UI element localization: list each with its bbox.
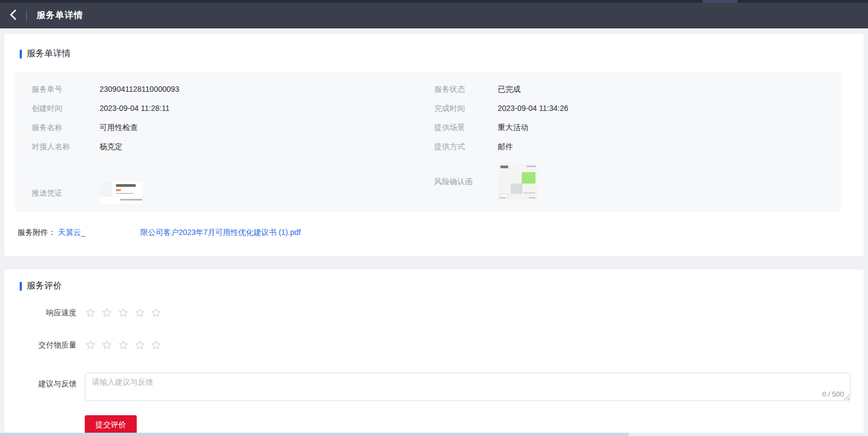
field-label: 创建时间 [32,103,100,114]
field-value: 杨克定 [100,141,123,152]
field-label: 服务名称 [32,122,100,133]
deliverable-quality-star-rating [85,339,162,351]
chevron-left-icon [10,9,16,22]
star-outline-icon[interactable] [134,307,145,319]
field-row-service-name: 服务名称 可用性检查 [32,122,434,133]
feedback-textarea-wrap: 0 / 500 [85,373,850,401]
field-label: 完成时间 [434,103,498,114]
field-row-scene: 提供场景 重大活动 [434,122,841,133]
field-label: 服务单号 [32,84,100,95]
thumbnail-decoration [527,166,536,167]
thumbnail-decoration [500,166,508,168]
service-evaluation-card: 服务评价 响应速度 交付物质量 建议与反馈 [4,269,864,436]
field-label: 提供方式 [434,141,498,152]
star-outline-icon[interactable] [85,339,96,351]
feedback-row: 建议与反馈 0 / 500 [15,373,853,401]
back-button[interactable] [5,8,21,23]
detail-section-title-text: 服务单详情 [27,48,71,60]
thumbnail-decoration [116,193,133,194]
thumbnail-decoration [500,197,505,198]
rating-row-response-speed: 响应速度 [15,307,853,319]
star-outline-icon[interactable] [150,307,162,319]
field-label: 风险确认函 [434,176,498,187]
status-value: 已完成 [498,84,521,95]
rating-label: 交付物质量 [15,340,77,350]
browser-top-strip [0,0,868,3]
feedback-label: 建议与反馈 [15,373,77,401]
detail-fields-left-column: 服务单号 2309041128110000093 创建时间 2023-09-04… [32,84,434,204]
attachment-row: 服务附件： 天翼云_ 限公司客户2023年7月可用性优化建议书 (1).pdf [15,228,853,238]
rating-row-deliverable-quality: 交付物质量 [15,339,853,351]
field-value: 重大活动 [498,122,528,133]
attachment-label: 服务附件： [18,228,56,237]
field-value: 邮件 [498,141,513,152]
push-voucher-thumbnail-image[interactable] [100,182,142,204]
detail-fields-right-column: 服务状态 已完成 完成时间 2023-09-04 11:34:26 提供场景 重… [434,84,841,200]
field-value: 可用性检查 [100,122,138,133]
page-content: 服务单详情 服务单号 2309041128110000093 创建时间 2023… [0,28,868,436]
star-outline-icon[interactable] [118,307,129,319]
evaluation-section-title-text: 服务评价 [27,280,62,292]
submit-evaluation-button[interactable]: 提交评价 [85,415,137,434]
detail-fields-panel: 服务单号 2309041128110000093 创建时间 2023-09-04… [15,72,841,211]
star-outline-icon[interactable] [101,339,113,351]
thumbnail-decoration [116,189,121,191]
attachment-link-part1[interactable]: 天翼云_ [58,228,85,237]
header-divider [26,10,27,21]
attachment-link-part2[interactable]: 限公司客户2023年7月可用性优化建议书 (1).pdf [141,228,301,237]
star-outline-icon[interactable] [101,307,113,319]
feedback-textarea[interactable] [85,373,850,401]
page-title: 服务单详情 [37,10,83,21]
field-label: 推送凭证 [32,187,100,199]
field-row-service-status: 服务状态 已完成 [434,84,841,95]
section-accent-bar [20,282,22,291]
field-value: 2023-09-04 11:34:26 [498,103,568,114]
rating-label: 响应速度 [15,308,77,318]
response-speed-star-rating [85,307,162,319]
thumbnail-decoration [529,197,535,198]
thumbnail-decoration [523,192,535,193]
horizontal-scrollbar [0,433,868,436]
page-header: 服务单详情 [0,3,868,28]
field-row-finish-time: 完成时间 2023-09-04 11:34:26 [434,103,841,114]
thumbnail-decoration [522,172,535,184]
field-row-push-voucher: 推送凭证 [32,182,434,204]
field-row-order-number: 服务单号 2309041128110000093 [32,84,434,95]
risk-letter-thumbnail-image[interactable] [498,163,538,200]
field-value: 2023-09-04 11:28:11 [100,103,170,114]
thumbnail-decoration [511,184,522,194]
field-row-delivery-method: 提供方式 邮件 [434,141,841,152]
field-label: 服务状态 [434,84,498,95]
field-label: 对接人名称 [32,141,100,152]
field-value: 2309041128110000093 [100,84,179,95]
section-accent-bar [20,50,22,58]
star-outline-icon[interactable] [118,339,129,351]
field-row-create-time: 创建时间 2023-09-04 11:28:11 [32,103,434,114]
horizontal-scrollbar-thumb[interactable] [0,433,629,436]
evaluation-section-title: 服务评价 [15,280,853,292]
star-outline-icon[interactable] [134,339,145,351]
star-outline-icon[interactable] [85,307,96,319]
field-row-contact-name: 对接人名称 杨克定 [32,141,434,152]
active-tab-indicator [703,0,737,3]
thumbnail-decoration [116,184,136,187]
thumbnail-decoration [100,182,112,197]
field-row-risk-letter: 风险确认函 [434,163,841,200]
thumbnail-decoration [120,199,142,201]
star-outline-icon[interactable] [150,339,162,351]
detail-section-title: 服务单详情 [15,48,853,60]
service-order-detail-card: 服务单详情 服务单号 2309041128110000093 创建时间 2023… [4,34,864,256]
field-label: 提供场景 [434,122,498,133]
